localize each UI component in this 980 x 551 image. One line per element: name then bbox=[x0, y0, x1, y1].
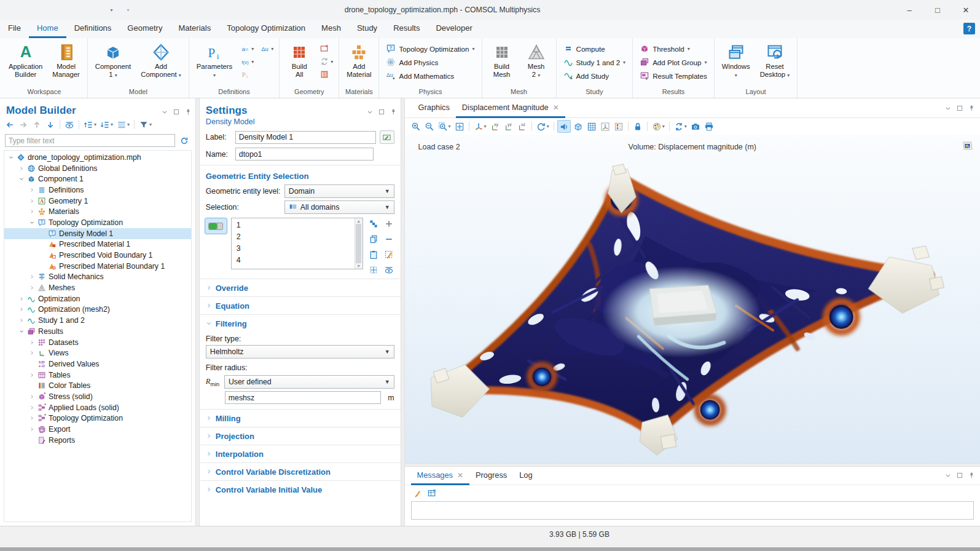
panel-menu-icon[interactable] bbox=[944, 105, 952, 112]
expand-node-icon[interactable] bbox=[28, 285, 36, 291]
view-xy-button[interactable]: xy bbox=[489, 120, 501, 133]
graphics-tab-displacement-magnitude[interactable]: Displacement Magnitude✕ bbox=[456, 98, 565, 118]
threshold-button[interactable]: Threshold▾ bbox=[637, 42, 710, 55]
menu-tab-materials[interactable]: Materials bbox=[170, 20, 219, 38]
menu-tab-developer[interactable]: Developer bbox=[428, 20, 480, 38]
paste-button[interactable] bbox=[170, 2, 186, 18]
panel-float-icon[interactable] bbox=[956, 472, 963, 479]
add-study-button[interactable]: Add Study bbox=[560, 69, 629, 82]
clear-selection-button[interactable] bbox=[382, 248, 396, 261]
menu-tab-study[interactable]: Study bbox=[349, 20, 385, 38]
nonlocal-couplings-button[interactable]: Δu▾ bbox=[258, 43, 275, 54]
collapse-button[interactable]: ▾ bbox=[99, 118, 114, 131]
label-input[interactable] bbox=[235, 131, 376, 144]
panel-float-icon[interactable] bbox=[173, 108, 180, 116]
section-projection[interactable]: Projection bbox=[200, 427, 401, 445]
node-label-button[interactable]: ▾ bbox=[116, 118, 131, 131]
view-yz-button[interactable]: yz bbox=[503, 120, 515, 133]
panel-float-icon[interactable] bbox=[378, 108, 385, 116]
graphics-canvas[interactable]: Load case 2 Volume: Displacement magnitu… bbox=[405, 135, 980, 463]
parameter-case-button[interactable]: Pi bbox=[238, 69, 256, 80]
tree-node[interactable]: *Applied Loads (solid) bbox=[4, 402, 191, 413]
expand-node-icon[interactable] bbox=[17, 296, 26, 302]
update-geometry-button[interactable]: ▾ bbox=[318, 56, 335, 67]
tree-node[interactable]: 8.85e-12Derived Values bbox=[4, 359, 191, 370]
expand-node-icon[interactable] bbox=[28, 372, 36, 378]
move-up-button[interactable] bbox=[31, 118, 43, 131]
selection-list-item[interactable]: 1 bbox=[232, 220, 355, 231]
tree-node[interactable]: Global Definitions bbox=[4, 163, 191, 174]
expand-node-icon[interactable] bbox=[28, 405, 36, 411]
component-1-button[interactable]: Component1 ▾ bbox=[92, 40, 135, 80]
section-filtering[interactable]: Filtering bbox=[200, 314, 401, 332]
functions-button[interactable]: f(x)▾ bbox=[238, 56, 256, 67]
tree-node[interactable]: ?Density Model 1 bbox=[4, 228, 191, 239]
show-selection-button[interactable] bbox=[382, 264, 396, 276]
panel-menu-icon[interactable] bbox=[161, 108, 168, 116]
splitter-right[interactable] bbox=[401, 98, 405, 526]
help-button[interactable]: ? bbox=[963, 23, 975, 34]
messages-tab-progress[interactable]: Progress bbox=[469, 467, 513, 485]
color-legend-button[interactable] bbox=[613, 120, 625, 133]
new-file-button[interactable] bbox=[20, 2, 36, 18]
result-templates-button[interactable]: Result Templates bbox=[637, 69, 710, 82]
expand-node-icon[interactable] bbox=[28, 350, 36, 356]
expand-node-icon[interactable] bbox=[28, 198, 36, 204]
grid-button[interactable] bbox=[586, 120, 598, 133]
maximize-button[interactable]: □ bbox=[923, 0, 952, 20]
menu-tab-file[interactable]: File bbox=[0, 20, 29, 38]
copy-selection-button[interactable] bbox=[367, 233, 380, 245]
tree-node[interactable]: drone_topology_optimization.mph bbox=[4, 152, 191, 163]
entity-level-select[interactable]: Domain▼ bbox=[284, 184, 394, 198]
expand-node-icon[interactable] bbox=[28, 187, 36, 193]
filter-button[interactable]: ▾ bbox=[138, 118, 153, 131]
section-control-variable-initial-value[interactable]: Control Variable Initial Value bbox=[200, 480, 401, 498]
menu-tab-definitions[interactable]: Definitions bbox=[66, 20, 120, 38]
build-all-button[interactable]: BuildAll bbox=[283, 40, 315, 80]
tree-node[interactable]: Datasets bbox=[4, 337, 191, 348]
tree-node[interactable]: *Topology Optimization bbox=[4, 413, 191, 424]
select-box-button[interactable] bbox=[219, 2, 235, 18]
redo-button[interactable]: ▾ bbox=[120, 2, 136, 18]
section-interpolation[interactable]: Interpolation bbox=[200, 445, 401, 462]
search-button[interactable] bbox=[269, 2, 285, 18]
tree-node[interactable]: Study 1 and 2 bbox=[4, 315, 191, 326]
add-mathematics-button[interactable]: ΔuAdd Mathematics bbox=[383, 69, 477, 82]
section-milling[interactable]: Milling bbox=[200, 409, 401, 427]
cut-button[interactable] bbox=[136, 2, 152, 18]
tree-node[interactable]: Solid Mechanics bbox=[4, 272, 191, 283]
selection-list-item[interactable]: 4 bbox=[232, 255, 355, 266]
messages-output[interactable] bbox=[411, 501, 974, 520]
save-as-button[interactable] bbox=[70, 2, 86, 18]
section-control-variable-discretization[interactable]: Control Variable Discretization bbox=[200, 462, 401, 480]
active-selection-toggle[interactable] bbox=[367, 218, 380, 230]
add-material-button[interactable]: AddMaterial bbox=[343, 40, 375, 80]
show-button[interactable] bbox=[63, 118, 76, 131]
panel-pin-icon[interactable] bbox=[968, 472, 975, 479]
toolbar-overflow-button[interactable] bbox=[286, 2, 302, 18]
view-xz-button[interactable]: xz bbox=[516, 120, 528, 133]
application-builder-button[interactable]: AApplicationBuilder bbox=[5, 40, 46, 80]
build-mesh-button[interactable]: BuildMesh bbox=[486, 40, 518, 80]
graphics-tab-graphics[interactable]: Graphics bbox=[412, 98, 456, 118]
open-button[interactable] bbox=[37, 2, 53, 18]
expand-node-icon[interactable] bbox=[17, 317, 26, 323]
panel-menu-icon[interactable] bbox=[944, 472, 952, 479]
menu-tab-topology-optimization[interactable]: Topology Optimization bbox=[219, 20, 313, 38]
rotate-view-button[interactable]: ▾ bbox=[535, 120, 551, 133]
insert-sequence-button[interactable] bbox=[318, 43, 335, 54]
tree-node[interactable]: Color Tables bbox=[4, 380, 191, 391]
find-button[interactable] bbox=[253, 2, 269, 18]
tree-node[interactable]: Optimization bbox=[4, 293, 191, 304]
run-button[interactable] bbox=[87, 2, 103, 18]
expand-button[interactable]: ▾ bbox=[82, 118, 98, 131]
tree-node[interactable]: Views bbox=[4, 347, 191, 359]
projection-button[interactable] bbox=[557, 120, 571, 133]
mesh-2-button[interactable]: Mesh2 ▾ bbox=[520, 40, 552, 80]
selection-list-item[interactable]: 3 bbox=[232, 243, 355, 255]
zoom-out-button[interactable] bbox=[423, 120, 436, 133]
tree-node[interactable]: Results bbox=[4, 326, 191, 337]
close-tab-icon[interactable]: ✕ bbox=[457, 471, 463, 480]
forward-button[interactable] bbox=[17, 118, 29, 131]
minimize-button[interactable]: – bbox=[895, 0, 923, 20]
